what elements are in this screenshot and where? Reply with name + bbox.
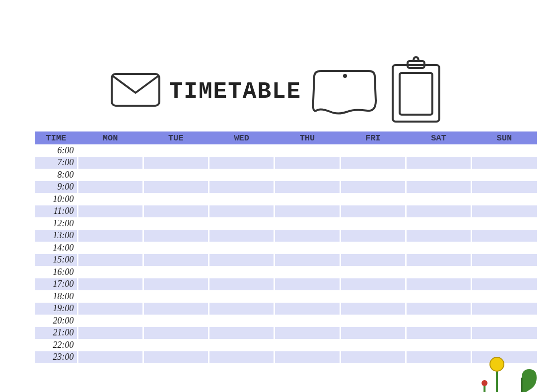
schedule-cell[interactable] — [472, 278, 537, 291]
schedule-cell[interactable] — [143, 290, 208, 303]
schedule-cell[interactable] — [340, 290, 406, 303]
schedule-cell[interactable] — [143, 303, 208, 315]
schedule-cell[interactable] — [340, 327, 406, 339]
schedule-cell[interactable] — [472, 339, 537, 351]
schedule-cell[interactable] — [275, 193, 340, 205]
schedule-cell[interactable] — [406, 157, 471, 169]
schedule-cell[interactable] — [143, 278, 208, 291]
schedule-cell[interactable] — [209, 205, 275, 218]
schedule-cell[interactable] — [406, 205, 471, 218]
schedule-cell[interactable] — [472, 315, 537, 327]
schedule-cell[interactable] — [275, 315, 340, 327]
schedule-cell[interactable] — [340, 351, 406, 364]
schedule-cell[interactable] — [275, 181, 340, 194]
schedule-cell[interactable] — [77, 303, 143, 315]
schedule-cell[interactable] — [209, 290, 275, 303]
schedule-cell[interactable] — [77, 193, 143, 205]
schedule-cell[interactable] — [77, 169, 143, 181]
schedule-cell[interactable] — [340, 181, 406, 194]
schedule-cell[interactable] — [77, 327, 143, 339]
schedule-cell[interactable] — [209, 327, 275, 339]
schedule-cell[interactable] — [143, 193, 208, 205]
schedule-cell[interactable] — [472, 303, 537, 315]
schedule-cell[interactable] — [77, 278, 143, 291]
schedule-cell[interactable] — [406, 290, 471, 303]
schedule-cell[interactable] — [77, 290, 143, 303]
schedule-cell[interactable] — [406, 315, 471, 327]
schedule-cell[interactable] — [406, 242, 471, 254]
schedule-cell[interactable] — [77, 205, 143, 218]
schedule-cell[interactable] — [143, 217, 208, 230]
schedule-cell[interactable] — [406, 266, 471, 278]
schedule-cell[interactable] — [406, 144, 471, 157]
schedule-cell[interactable] — [209, 181, 275, 194]
schedule-cell[interactable] — [340, 230, 406, 242]
schedule-cell[interactable] — [77, 230, 143, 242]
schedule-cell[interactable] — [143, 254, 208, 266]
schedule-cell[interactable] — [77, 217, 143, 230]
schedule-cell[interactable] — [275, 254, 340, 266]
schedule-cell[interactable] — [340, 217, 406, 230]
schedule-cell[interactable] — [340, 205, 406, 218]
schedule-cell[interactable] — [406, 254, 471, 266]
schedule-cell[interactable] — [275, 205, 340, 218]
schedule-cell[interactable] — [472, 242, 537, 254]
schedule-cell[interactable] — [275, 242, 340, 254]
schedule-cell[interactable] — [275, 327, 340, 339]
schedule-cell[interactable] — [340, 303, 406, 315]
schedule-cell[interactable] — [143, 339, 208, 351]
schedule-cell[interactable] — [406, 193, 471, 205]
schedule-cell[interactable] — [143, 327, 208, 339]
schedule-cell[interactable] — [209, 339, 275, 351]
schedule-cell[interactable] — [406, 230, 471, 242]
schedule-cell[interactable] — [275, 303, 340, 315]
schedule-cell[interactable] — [472, 327, 537, 339]
schedule-cell[interactable] — [472, 193, 537, 205]
schedule-cell[interactable] — [209, 266, 275, 278]
schedule-cell[interactable] — [143, 157, 208, 169]
schedule-cell[interactable] — [143, 169, 208, 181]
schedule-cell[interactable] — [77, 157, 143, 169]
schedule-cell[interactable] — [143, 230, 208, 242]
schedule-cell[interactable] — [209, 242, 275, 254]
schedule-cell[interactable] — [275, 169, 340, 181]
schedule-cell[interactable] — [209, 193, 275, 205]
schedule-cell[interactable] — [340, 339, 406, 351]
schedule-cell[interactable] — [77, 254, 143, 266]
schedule-cell[interactable] — [472, 144, 537, 157]
schedule-cell[interactable] — [77, 339, 143, 351]
schedule-cell[interactable] — [275, 266, 340, 278]
schedule-cell[interactable] — [143, 315, 208, 327]
schedule-cell[interactable] — [472, 181, 537, 194]
schedule-cell[interactable] — [340, 193, 406, 205]
schedule-cell[interactable] — [275, 278, 340, 291]
schedule-cell[interactable] — [340, 169, 406, 181]
schedule-cell[interactable] — [406, 303, 471, 315]
schedule-cell[interactable] — [406, 181, 471, 194]
schedule-cell[interactable] — [406, 217, 471, 230]
schedule-cell[interactable] — [209, 217, 275, 230]
schedule-cell[interactable] — [143, 181, 208, 194]
schedule-cell[interactable] — [275, 339, 340, 351]
schedule-cell[interactable] — [143, 242, 208, 254]
schedule-cell[interactable] — [340, 278, 406, 291]
schedule-cell[interactable] — [209, 230, 275, 242]
schedule-cell[interactable] — [143, 351, 208, 364]
schedule-cell[interactable] — [340, 266, 406, 278]
schedule-cell[interactable] — [275, 230, 340, 242]
schedule-cell[interactable] — [275, 351, 340, 364]
schedule-cell[interactable] — [340, 315, 406, 327]
schedule-cell[interactable] — [143, 144, 208, 157]
schedule-cell[interactable] — [209, 144, 275, 157]
schedule-cell[interactable] — [209, 351, 275, 364]
schedule-cell[interactable] — [472, 169, 537, 181]
schedule-cell[interactable] — [77, 181, 143, 194]
schedule-cell[interactable] — [472, 266, 537, 278]
schedule-cell[interactable] — [406, 169, 471, 181]
schedule-cell[interactable] — [77, 315, 143, 327]
schedule-cell[interactable] — [340, 254, 406, 266]
schedule-cell[interactable] — [77, 242, 143, 254]
schedule-cell[interactable] — [275, 217, 340, 230]
schedule-cell[interactable] — [275, 144, 340, 157]
schedule-cell[interactable] — [209, 254, 275, 266]
